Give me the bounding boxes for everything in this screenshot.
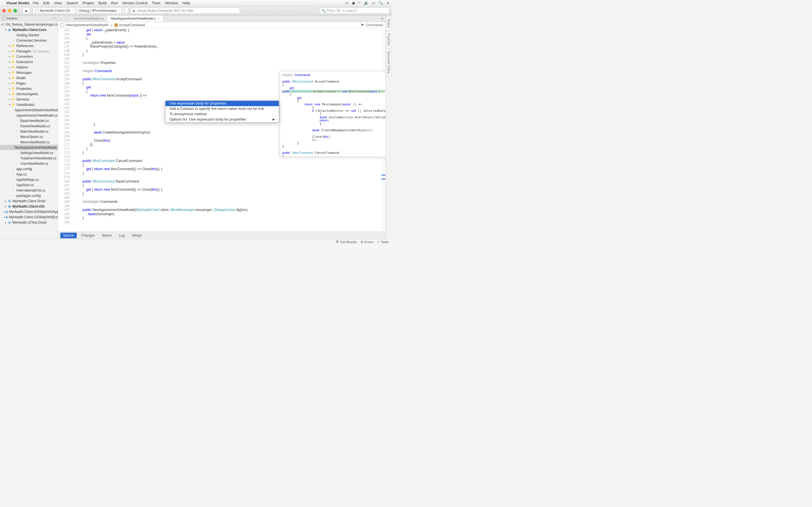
status-test-results[interactable]: ⚗Test Results — [336, 240, 357, 244]
volume-icon[interactable]: 🔊 — [364, 1, 368, 5]
tree-item[interactable]: ▸📁Services — [0, 97, 58, 102]
breadcrumb-member[interactable]: AcceptCommand — [119, 23, 145, 27]
refactor-preview-pane: #region Commands public IMvxCommand Acce… — [280, 71, 386, 157]
tree-item[interactable]: ▫SettingsViewModel.cs — [0, 150, 58, 156]
tree-item[interactable]: ▸📁Helpers — [0, 64, 58, 70]
pad-close-button[interactable]: × — [54, 17, 56, 20]
bottom-tab-source[interactable]: Source — [60, 233, 77, 238]
configuration: Debug | iPhoneSimulator — [79, 9, 117, 13]
tree-item[interactable]: ▫App.cs — [0, 172, 58, 177]
tree-item[interactable]: ▸▣MyHealth.UITest.Droid — [0, 220, 58, 225]
tree-item[interactable]: ▸📁Packages(13 updates) — [0, 48, 58, 54]
menu-edit[interactable]: Edit — [43, 1, 49, 5]
ide-toolbar: MyHealth.Client.iOS › Debug | iPhoneSimu… — [0, 6, 392, 15]
status-search[interactable]: ◆ Visual Studio Enterprise 2017 for Mac — [131, 8, 240, 14]
bottom-tab-merge[interactable]: Merge — [129, 233, 144, 238]
menu-run[interactable]: Run — [111, 1, 118, 5]
tree-item[interactable]: ▸📁Extensions — [0, 59, 58, 64]
tree-item[interactable]: ▸📁References — [0, 43, 58, 48]
pad-dock-button[interactable]: ⬚ — [51, 17, 53, 20]
tree-item[interactable]: ▸▣MyHealth.Client.Droid — [0, 198, 58, 204]
status-tasks[interactable]: ✓Tasks — [377, 240, 389, 244]
quickfix-item-add-contract[interactable]: Add a Contract to specify the return val… — [165, 106, 279, 112]
status-errors[interactable]: ⊘Errors — [361, 240, 373, 244]
menu-build[interactable]: Build — [98, 1, 107, 5]
tree-item[interactable]: ▫AppSettings.cs — [0, 177, 58, 182]
solution-root[interactable]: ▾ ▢ 04_Demos_NativeXamarinApps (mas — [0, 22, 58, 27]
tree-item[interactable]: ▫HomeViewModel.cs — [0, 123, 58, 129]
submenu-arrow-icon: ▶ — [273, 117, 275, 122]
rail-tab-toolbox[interactable]: Toolbox — [386, 17, 391, 30]
tab-overflow-button[interactable]: ▾ — [379, 15, 386, 22]
battery-icon[interactable]: ▭ — [345, 1, 349, 5]
tree-item[interactable]: ▫AppointmentsViewModel.cs — [0, 113, 58, 118]
bottom-tab-blame[interactable]: Blame — [99, 233, 114, 238]
tree-item[interactable]: ▸▣MyHealth.Client.iOSWatchKitApp — [0, 209, 58, 214]
tree-item[interactable]: ▫MainViewModel.cs — [0, 129, 58, 134]
quickfix-item-anonymous-method[interactable]: To anonymous method — [165, 112, 279, 117]
tree-item[interactable]: ▫AppointmentDetailsViewMod — [0, 107, 58, 113]
tab-homeviewmodel[interactable]: HomeViewModel.cs — [70, 15, 107, 22]
solution-tree[interactable]: ▾ ▢ 04_Demos_NativeXamarinApps (mas ▾▣My… — [0, 21, 58, 239]
run-configuration-selector[interactable]: MyHealth.Client.iOS › Debug | iPhoneSimu… — [33, 8, 128, 14]
zoom-window-button[interactable] — [13, 9, 17, 12]
tree-item[interactable]: ▫InternationalUnit.cs — [0, 187, 58, 193]
close-tab-button[interactable]: × — [158, 17, 160, 20]
tree-item[interactable]: ▸▣MyHealth.Client.iOSWatchKitExte — [0, 214, 58, 220]
display-icon[interactable]: ▭ — [372, 1, 375, 5]
minimize-window-button[interactable] — [8, 9, 11, 12]
breadcrumb-class[interactable]: NewAppointmentViewModel — [66, 23, 108, 27]
tree-item[interactable]: ▸📁Converters — [0, 54, 58, 59]
menu-file[interactable]: File — [33, 1, 39, 5]
tree-item[interactable]: ▫BaseViewModel.cs — [0, 118, 58, 123]
tree-item[interactable]: ▫packages.config — [0, 193, 58, 198]
tree-item[interactable]: ▫Getting Started — [0, 33, 58, 38]
menu-window[interactable]: Window — [165, 1, 178, 5]
nav-back-button[interactable]: ‹ — [58, 15, 64, 22]
menu-version-control[interactable]: Version Control — [122, 1, 147, 5]
tree-item[interactable]: ▫NewAppointmentViewModel. — [0, 145, 58, 150]
menu-tools[interactable]: Tools — [152, 1, 160, 5]
bottom-tab-log[interactable]: Log — [116, 233, 128, 238]
menu-view[interactable]: View — [54, 1, 62, 5]
tree-item[interactable]: ▾▣MyHealth.Client.Core — [0, 27, 58, 33]
tree-item[interactable]: ▸▣MyHealth.Client.iOS — [0, 204, 58, 209]
tree-item[interactable]: ▫MenuViewModel.cs — [0, 139, 58, 145]
tab-newappointmentviewmodel[interactable]: NewAppointmentViewModel.c × — [107, 15, 163, 22]
right-rail: Toolbox Properties Document Outline — [386, 15, 392, 239]
rail-tab-properties[interactable]: Properties — [386, 31, 391, 48]
solution-icon — [2, 17, 5, 20]
global-search-box[interactable]: 🔍 Press '⌘.' to search — [319, 8, 389, 14]
spotlight-icon[interactable]: 🔍 — [378, 1, 383, 5]
tree-item[interactable]: ▫Connected Services — [0, 38, 58, 43]
menu-project[interactable]: Project — [83, 1, 94, 5]
tree-item[interactable]: ▫app.config — [0, 166, 58, 172]
close-window-button[interactable] — [2, 9, 6, 12]
flag-icon: ⚑ — [361, 23, 365, 27]
run-button[interactable] — [22, 8, 31, 14]
quickfix-item-expression-body[interactable]: Use expression body for properties — [165, 101, 279, 106]
tree-item[interactable]: ▸📁Properties — [0, 86, 58, 91]
tree-item[interactable]: ▾📁ViewModels — [0, 102, 58, 107]
code-editor[interactable]: 143 144 145 146 147 148 149 150 151 152 … — [58, 28, 386, 231]
tree-item[interactable]: ▫UserViewModel.cs — [0, 161, 58, 166]
tree-item[interactable]: ▸📁ServiceAgents — [0, 91, 58, 97]
rail-tab-document-outline[interactable]: Document Outline — [386, 49, 391, 76]
quickfix-item-options[interactable]: Options for 'Use expression body for pro… — [165, 117, 279, 122]
breadcrumb-right[interactable]: ⚑ Commands — [361, 23, 383, 27]
tree-item[interactable]: ▫AppStart.cs — [0, 182, 58, 187]
tree-item[interactable]: ▸📁Messages — [0, 70, 58, 75]
menu-help[interactable]: Help — [183, 1, 190, 5]
tree-item[interactable]: ▫TreatmentViewModel.cs — [0, 156, 58, 161]
tree-item[interactable]: ▸📁Pages — [0, 80, 58, 86]
tree-item[interactable]: ▫MenuOption.cs — [0, 134, 58, 139]
app-name[interactable]: Visual Studio — [6, 1, 29, 5]
bottom-tab-changes[interactable]: Changes — [79, 233, 98, 238]
tree-item[interactable]: ▸📁Model — [0, 75, 58, 80]
menu-search[interactable]: Search — [66, 1, 78, 5]
bluetooth-icon[interactable]: ⌔ — [358, 1, 361, 5]
wifi-icon[interactable]: ◉ — [352, 1, 355, 5]
window-controls — [2, 9, 17, 12]
menu-icon[interactable]: ≡ — [387, 1, 389, 5]
nav-forward-button[interactable]: › — [64, 15, 70, 22]
